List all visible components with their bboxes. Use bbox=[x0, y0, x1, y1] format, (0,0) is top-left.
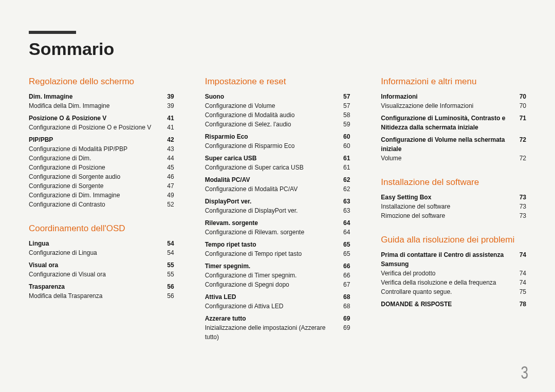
toc-entry[interactable]: Configurazione di Dim.44 bbox=[29, 154, 174, 163]
toc-entry[interactable]: Configurazione di Volume57 bbox=[205, 101, 350, 110]
toc-entry[interactable]: Visualizzazione delle Informazioni70 bbox=[381, 101, 526, 110]
toc-subheading[interactable]: Suono57 bbox=[205, 92, 350, 101]
toc-subheading[interactable]: Rilevam. sorgente64 bbox=[205, 218, 350, 228]
toc-entry-page: 54 bbox=[160, 248, 174, 257]
toc-subheading[interactable]: Configurazione di Luminosità, Contrasto … bbox=[381, 114, 526, 132]
toc-entry[interactable]: Configurazione di Attiva LED68 bbox=[205, 302, 350, 311]
toc-subheading-label: Visual ora bbox=[29, 260, 62, 270]
toc-subheading[interactable]: Posizione O & Posizione V41 bbox=[29, 114, 174, 123]
toc-subheading-label: Dim. Immagine bbox=[29, 92, 77, 101]
toc-entry[interactable]: Configurazione di Dim. Immagine49 bbox=[29, 191, 174, 200]
toc-subheading[interactable]: Easy Setting Box73 bbox=[381, 193, 526, 202]
toc-entry[interactable]: Configurazione di Rilevam. sorgente64 bbox=[205, 228, 350, 237]
toc-subheading[interactable]: Modalità PC/AV62 bbox=[205, 175, 350, 184]
title-rule bbox=[29, 31, 76, 34]
toc-entry[interactable]: Configurazione di Modalità PIP/PBP43 bbox=[29, 144, 174, 154]
toc-entry-page: 73 bbox=[512, 211, 526, 220]
toc-entry-page: 60 bbox=[336, 141, 350, 151]
toc-entry[interactable]: Modifica della Trasparenza56 bbox=[29, 291, 174, 301]
toc-entry-label: Volume bbox=[381, 154, 405, 163]
toc-entry[interactable]: Controllare quanto segue.75 bbox=[381, 287, 526, 296]
toc-entry-page: 73 bbox=[512, 202, 526, 211]
toc-entry[interactable]: Configurazione di Modalità audio58 bbox=[205, 110, 350, 120]
toc-subheading[interactable]: Visual ora55 bbox=[29, 260, 174, 270]
toc-entry[interactable]: Configurazione di Posizione45 bbox=[29, 163, 174, 172]
toc-entry-page: 43 bbox=[160, 144, 174, 154]
toc-subheading[interactable]: DisplayPort ver.63 bbox=[205, 197, 350, 206]
toc-subheading[interactable]: Azzerare tutto69 bbox=[205, 314, 350, 323]
toc-entry[interactable]: Configurazione di Visual ora55 bbox=[29, 270, 174, 279]
toc-entry[interactable]: Volume72 bbox=[381, 154, 526, 163]
toc-subheading-page: 69 bbox=[336, 314, 350, 323]
toc-entry-page: 68 bbox=[336, 302, 350, 311]
toc-subheading-label: PIP/PBP bbox=[29, 135, 57, 144]
toc-entry[interactable]: Configurazione di Posizione O e Posizion… bbox=[29, 123, 174, 132]
toc-entry-label: Verifica del prodotto bbox=[381, 269, 439, 278]
toc-entry-page: 63 bbox=[336, 206, 350, 215]
toc-entry-label: Installazione del software bbox=[381, 202, 454, 211]
toc-entry[interactable]: Configurazione di DisplayPort ver.63 bbox=[205, 206, 350, 215]
toc-entry[interactable]: Configurazione di Risparmio Eco60 bbox=[205, 141, 350, 151]
toc-entry-label: Configurazione di Selez. l'audio bbox=[205, 120, 295, 129]
toc-entry-label: Configurazione di Dim. bbox=[29, 154, 95, 163]
toc-entry-page: 66 bbox=[336, 271, 350, 280]
toc-entry[interactable]: Configurazione di Spegni dopo67 bbox=[205, 280, 350, 289]
toc-subheading-page: 64 bbox=[336, 218, 350, 228]
toc-subheading-label: Super carica USB bbox=[205, 154, 261, 163]
toc-entry[interactable]: Rimozione del software73 bbox=[381, 211, 526, 220]
toc-entry[interactable]: Installazione del software73 bbox=[381, 202, 526, 211]
toc-subheading[interactable]: Dim. Immagine39 bbox=[29, 92, 174, 101]
toc-entry[interactable]: Verifica della risoluzione e della frequ… bbox=[381, 278, 526, 287]
toc-subheading-label: Informazioni bbox=[381, 92, 421, 101]
toc-subheading-page: 66 bbox=[336, 262, 350, 271]
toc-entry[interactable]: Configurazione di Modalità PC/AV62 bbox=[205, 184, 350, 194]
toc-subheading[interactable]: Super carica USB61 bbox=[205, 154, 350, 163]
toc-entry-label: Configurazione di Modalità audio bbox=[205, 110, 299, 120]
toc-subheading[interactable]: PIP/PBP42 bbox=[29, 135, 174, 144]
toc-entry-label: Configurazione di Modalità PIP/PBP bbox=[29, 144, 132, 154]
toc-entry-label: Modifica della Dim. Immagine bbox=[29, 101, 114, 110]
toc-subheading[interactable]: Informazioni70 bbox=[381, 92, 526, 101]
toc-entry[interactable]: Modifica della Dim. Immagine39 bbox=[29, 101, 174, 110]
toc-subheading-page: 68 bbox=[336, 292, 350, 302]
toc-subheading-label: Configurazione di Luminosità, Contrasto … bbox=[381, 114, 512, 132]
toc-subheading[interactable]: Risparmio Eco60 bbox=[205, 132, 350, 141]
toc-entry[interactable]: Inizializzazione delle impostazioni (Azz… bbox=[205, 323, 350, 342]
toc-entry[interactable]: Configurazione di Lingua54 bbox=[29, 248, 174, 257]
toc-subheading-label: Suono bbox=[205, 92, 228, 101]
toc-entry-label: Configurazione di Risparmio Eco bbox=[205, 141, 299, 151]
toc-subheading-label: Azzerare tutto bbox=[205, 314, 250, 323]
toc-subheading[interactable]: Prima di contattare il Centro di assiste… bbox=[381, 250, 526, 269]
toc-subheading[interactable]: Tempo ripet tasto65 bbox=[205, 240, 350, 249]
toc-subheading[interactable]: Timer spegnim.66 bbox=[205, 262, 350, 271]
toc-entry[interactable]: Configurazione di Timer spegnim.66 bbox=[205, 271, 350, 280]
toc-entry-page: 55 bbox=[160, 270, 174, 279]
toc-entry[interactable]: Configurazione di Sorgente audio46 bbox=[29, 172, 174, 181]
toc-subheading[interactable]: Configurazione di Volume nella schermata… bbox=[381, 135, 526, 154]
toc-subheading-label: DOMANDE & RISPOSTE bbox=[381, 300, 456, 309]
toc-entry[interactable]: Configurazione di Tempo ripet tasto65 bbox=[205, 249, 350, 258]
toc-entry-page: 45 bbox=[160, 163, 174, 172]
toc-subheading[interactable]: Lingua54 bbox=[29, 239, 174, 248]
toc-column: Regolazione dello schermoDim. Immagine39… bbox=[29, 71, 174, 342]
toc-subheading-page: 42 bbox=[160, 135, 174, 144]
toc-subheading-label: Attiva LED bbox=[205, 292, 240, 302]
toc-entry-page: 75 bbox=[512, 287, 526, 296]
toc-entry-page: 62 bbox=[336, 184, 350, 194]
toc-subheading-label: Rilevam. sorgente bbox=[205, 218, 262, 228]
toc-entry[interactable]: Configurazione di Super carica USB61 bbox=[205, 163, 350, 172]
toc-subheading[interactable]: Attiva LED68 bbox=[205, 292, 350, 302]
toc-entry-page: 44 bbox=[160, 154, 174, 163]
toc-subheading-label: Posizione O & Posizione V bbox=[29, 114, 110, 123]
toc-entry[interactable]: Configurazione di Sorgente47 bbox=[29, 181, 174, 191]
toc-entry-page: 56 bbox=[160, 291, 174, 301]
toc-entry-label: Configurazione di Spegni dopo bbox=[205, 280, 293, 289]
toc-entry[interactable]: Configurazione di Selez. l'audio59 bbox=[205, 120, 350, 129]
toc-subheading[interactable]: DOMANDE & RISPOSTE78 bbox=[381, 300, 526, 309]
toc-entry[interactable]: Configurazione di Contrasto52 bbox=[29, 200, 174, 209]
toc-entry[interactable]: Verifica del prodotto74 bbox=[381, 269, 526, 278]
toc-subheading-page: 63 bbox=[336, 197, 350, 206]
toc-subheading[interactable]: Trasparenza56 bbox=[29, 282, 174, 291]
toc-subheading-label: Risparmio Eco bbox=[205, 132, 252, 141]
toc-subheading-label: Easy Setting Box bbox=[381, 193, 435, 202]
